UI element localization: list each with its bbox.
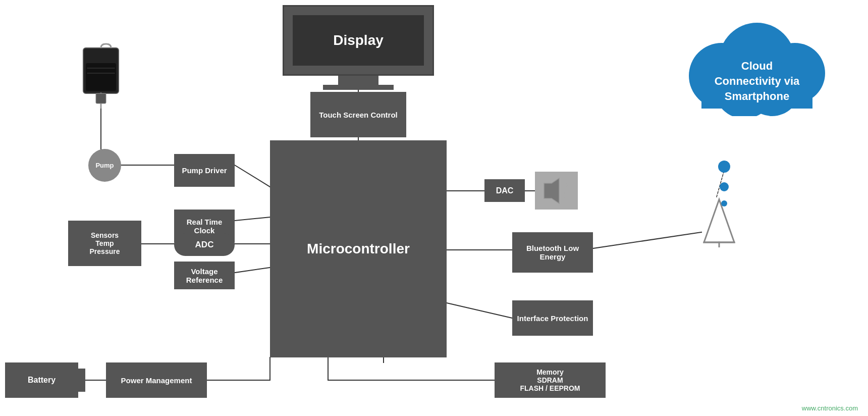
memory-box: MemorySDRAMFLASH / EEPROM bbox=[495, 362, 606, 398]
touch-screen-label: Touch Screen Control bbox=[319, 111, 398, 119]
watermark: www.cntronics.com bbox=[802, 404, 858, 412]
sensors-label: SensorsTempPressure bbox=[90, 231, 120, 255]
mcu-label: Microcontroller bbox=[307, 241, 410, 257]
ble-label: Bluetooth Low Energy bbox=[515, 244, 590, 261]
pump-driver-label: Pump Driver bbox=[182, 166, 227, 175]
adc-label: ADC bbox=[195, 240, 214, 250]
touch-screen-box: Touch Screen Control bbox=[310, 92, 406, 137]
pump-label: Pump bbox=[95, 162, 114, 169]
svg-line-13 bbox=[447, 303, 512, 318]
ble-box: Bluetooth Low Energy bbox=[512, 232, 593, 273]
svg-marker-28 bbox=[544, 178, 559, 203]
svg-text:Cloud: Cloud bbox=[741, 60, 773, 72]
dac-box: DAC bbox=[484, 179, 525, 202]
svg-point-33 bbox=[720, 182, 729, 191]
ble-connectivity-dots bbox=[717, 157, 732, 214]
svg-line-6 bbox=[235, 268, 270, 273]
voltage-ref-label: Voltage Reference bbox=[177, 267, 232, 284]
speaker-icon bbox=[535, 172, 578, 210]
display-monitor: Display bbox=[283, 5, 434, 88]
interface-protection-box: Interface Protection bbox=[512, 300, 593, 336]
mcu-box: Microcontroller bbox=[270, 140, 447, 357]
svg-point-32 bbox=[718, 161, 730, 173]
svg-point-34 bbox=[721, 200, 727, 206]
diagram-container: Display Touch Screen Control Pump Pump D… bbox=[0, 0, 868, 416]
power-management-label: Power Management bbox=[121, 376, 192, 385]
svg-text:Smartphone: Smartphone bbox=[725, 90, 789, 102]
svg-line-20 bbox=[583, 232, 701, 250]
svg-rect-27 bbox=[96, 93, 106, 103]
rtc-label: Real Time Clock bbox=[177, 218, 232, 235]
dac-label: DAC bbox=[496, 186, 514, 195]
display-label: Display bbox=[333, 32, 384, 48]
svg-rect-23 bbox=[86, 63, 116, 91]
battery-box: Battery bbox=[5, 362, 78, 398]
battery-label: Battery bbox=[28, 376, 56, 385]
power-management-box: Power Management bbox=[106, 362, 207, 398]
pump-circle: Pump bbox=[88, 149, 121, 182]
cloud-shape: Cloud Connectivity via Smartphone bbox=[671, 10, 843, 111]
interface-protection-label: Interface Protection bbox=[517, 314, 588, 323]
svg-text:Connectivity via: Connectivity via bbox=[715, 75, 800, 87]
watermark-text: www.cntronics.com bbox=[802, 404, 858, 412]
voltage-ref-box: Voltage Reference bbox=[174, 262, 235, 289]
battery-nub bbox=[78, 369, 85, 392]
memory-label: MemorySDRAMFLASH / EEPROM bbox=[520, 368, 580, 392]
pump-driver-box: Pump Driver bbox=[174, 154, 235, 187]
sensors-box: SensorsTempPressure bbox=[68, 221, 141, 266]
adc-box: ADC bbox=[174, 233, 235, 256]
iv-bag-icon bbox=[78, 43, 124, 109]
svg-line-2 bbox=[235, 165, 270, 187]
svg-line-5 bbox=[235, 217, 270, 221]
